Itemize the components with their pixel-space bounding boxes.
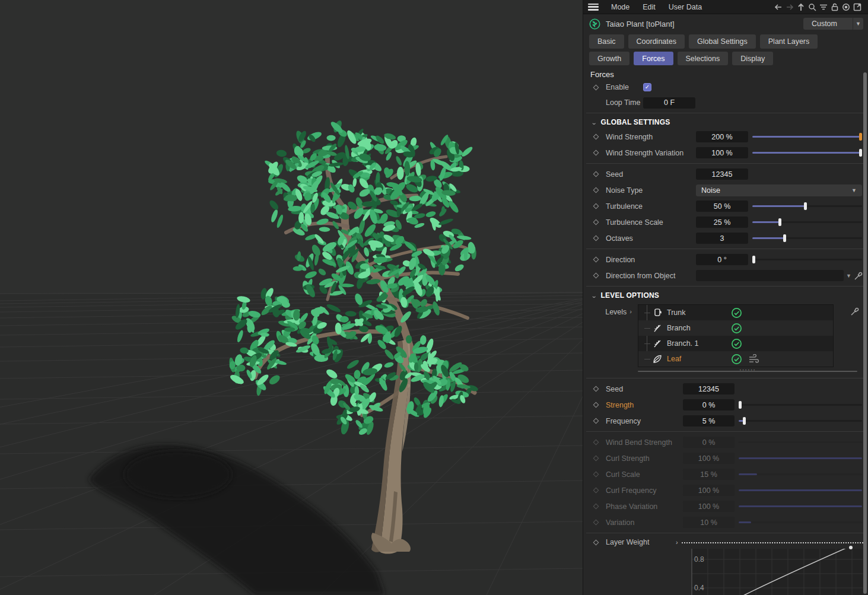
viewport-svg [0,0,583,595]
level-row-trunk[interactable]: Trunk [638,305,833,320]
curve-tick-08: 0.8 [694,555,704,564]
divider [586,113,865,113]
target-icon[interactable] [841,2,851,12]
turbulence-slider[interactable] [752,202,862,210]
layer-weight-label: Layer Weight [606,538,676,546]
direction-input[interactable]: 0 ° [696,254,748,265]
turbulence-scale-row: Turbulence Scale 25 % [583,214,868,230]
menu-user-data[interactable]: User Data [663,3,707,11]
turbulence-scale-slider[interactable] [752,218,862,226]
tab-global-settings[interactable]: Global Settings [689,34,756,49]
wind-bend-strength-input: 0 % [683,437,735,448]
enabled-check-icon[interactable] [731,307,742,319]
curve-tick-04: 0.4 [694,584,704,592]
enabled-check-icon[interactable] [731,338,742,349]
curl-scale-row: Curl Scale 15 % [583,466,868,482]
hamburger-menu-icon[interactable] [588,4,599,11]
viewport-3d[interactable] [0,0,583,595]
enable-diamond [593,84,599,90]
forward-icon[interactable] [785,2,794,12]
wind-strength-row: Wind Strength 200 % [583,129,868,145]
search-icon[interactable] [807,2,817,12]
enabled-check-icon[interactable] [731,354,742,365]
divider [586,286,865,287]
tab-forces[interactable]: Forces [634,52,673,65]
wind-strength-slider[interactable] [752,133,862,141]
global-settings-header[interactable]: ⌄GLOBAL SETTINGS [583,116,868,129]
level-options-header[interactable]: ⌄LEVEL OPTIONS [583,289,868,302]
tab-basic[interactable]: Basic [589,34,624,49]
branch-icon [652,323,663,333]
tab-selections[interactable]: Selections [678,52,729,65]
seed-row: Seed 12345 [583,166,868,182]
menu-edit[interactable]: Edit [637,3,661,11]
tab-plant-layers[interactable]: Plant Layers [760,34,818,49]
seed-input[interactable]: 12345 [696,168,748,180]
level-row-branch[interactable]: Branch [638,320,833,336]
loop-time-row: Loop Time 0 F [583,95,868,110]
level-row-branch-1[interactable]: Branch. 1 [638,336,833,351]
turbulence-row: Turbulence 50 % [583,198,868,214]
lock-icon[interactable] [830,2,840,12]
wind-strength-variation-input[interactable]: 100 % [696,147,748,158]
eyedropper-icon[interactable] [854,271,863,281]
chevron-down-icon[interactable]: ▼ [846,273,851,279]
up-icon[interactable] [796,2,806,12]
menubar-icons [774,2,863,12]
wind-strength-variation-slider[interactable] [752,149,862,157]
turbulence-input[interactable]: 50 % [696,201,748,212]
octaves-slider[interactable] [752,234,862,242]
branch-icon [652,338,663,349]
octaves-input[interactable]: 3 [696,233,748,244]
application-window: Mode Edit User Data Taiao Plant [toPlant… [0,0,868,595]
frequency-slider[interactable] [739,417,862,425]
attributes-panel: Mode Edit User Data Taiao Plant [toPlant… [583,0,868,595]
object-title-row: Taiao Plant [toPlant] Custom ▼ [583,14,868,32]
tab-display[interactable]: Display [732,52,773,65]
layer-weight-section: Layer Weight › 0.8 0.4 [583,536,868,595]
levels-list: Trunk Branch Branch. 1 [638,304,834,367]
frequency-input[interactable]: 5 % [683,415,735,427]
strength-input[interactable]: 0 % [683,399,735,411]
level-row-leaf[interactable]: Leaf [638,351,833,367]
enable-label: Enable [606,83,643,91]
object-title: Taiao Plant [toPlant] [606,20,675,28]
plant-object-icon [589,18,600,30]
preset-dropdown[interactable]: Custom ▼ [803,18,863,30]
menu-mode[interactable]: Mode [606,3,635,11]
variation-row: Variation 10 % [583,514,868,530]
panel-menubar: Mode Edit User Data [583,0,868,14]
direction-from-object-row: Direction from Object ▼ [583,268,868,284]
phase-variation-row: Phase Variation 100 % [583,498,868,514]
noise-type-row: Noise Type Noise▼ [583,182,868,198]
wind-strength-input[interactable]: 200 % [696,131,748,142]
preset-value[interactable]: Custom [803,18,853,30]
divider [586,431,865,432]
tab-row-1: Basic Coordinates Global Settings Plant … [583,32,868,49]
variation-input: 10 % [683,517,735,528]
open-window-icon[interactable] [853,2,862,12]
tab-row-2: Growth Forces Selections Display [583,49,868,65]
strength-slider[interactable] [739,401,862,409]
chevron-right-icon[interactable]: › [676,539,678,546]
enable-checkbox[interactable]: ✓ [643,83,651,91]
chevron-down-icon[interactable]: ▼ [853,18,863,30]
curve-endpoint[interactable] [849,546,853,549]
filter-icon[interactable] [819,2,828,12]
turbulence-scale-input[interactable]: 25 % [696,217,748,228]
wind-bend-strength-row: Wind Bend Strength 0 % [583,434,868,450]
panel-scrollbar[interactable] [863,72,867,594]
direction-slider[interactable] [752,256,862,263]
direction-from-object-field[interactable] [696,270,844,281]
chevron-right-icon[interactable]: › [629,308,632,315]
layer-weight-curve-editor[interactable]: 0.8 0.4 [678,549,864,595]
level-seed-input[interactable]: 12345 [683,383,735,394]
list-resize-handle[interactable]: ······ [638,368,857,374]
tab-coordinates[interactable]: Coordinates [628,34,685,49]
eyedropper-icon[interactable] [850,307,860,316]
loop-time-input[interactable]: 0 F [643,97,695,109]
back-icon[interactable] [774,2,783,12]
tab-growth[interactable]: Growth [589,52,629,65]
noise-type-dropdown[interactable]: Noise▼ [696,184,862,196]
enabled-check-icon[interactable] [731,323,742,334]
